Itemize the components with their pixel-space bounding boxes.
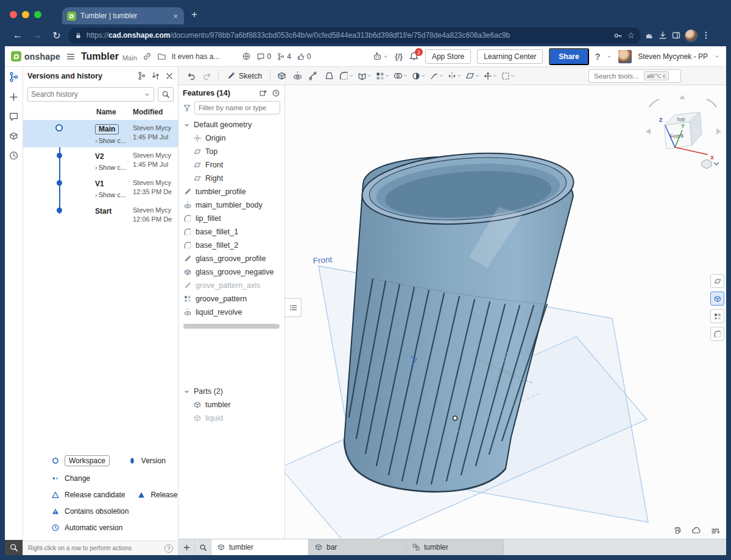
search-options-caret-icon[interactable] [144,91,150,98]
show-changes-link[interactable]: ›Show c... [95,191,132,198]
minimize-window-button[interactable] [22,11,29,18]
featurescript-icon[interactable]: {/} [395,52,403,61]
plane-button[interactable] [464,69,481,83]
comments-panel-icon[interactable] [9,111,19,122]
collapse-chevron-icon[interactable] [183,388,190,395]
window-controls[interactable] [10,11,41,18]
copy-link-icon[interactable] [143,52,152,61]
version-row-start[interactable]: Start Steven Mycy12:06 PM De [23,202,178,229]
fillet-button[interactable] [337,69,355,83]
new-tab-button[interactable]: + [191,9,197,21]
print-icon[interactable] [673,525,682,535]
browser-menu-icon[interactable] [701,30,711,40]
tab-assembly-tumbler[interactable]: tumbler [406,539,504,555]
boolean-button[interactable] [392,69,409,83]
named-views-icon[interactable] [710,327,724,341]
feature-item[interactable]: base_fillet_2 [178,239,284,252]
tab-part-studio-tumbler[interactable]: tumbler [211,539,309,555]
graphics-viewport[interactable]: Front [285,85,726,539]
public-globe-icon[interactable] [242,52,251,61]
version-row-main[interactable]: Main ›Show c... Steven Mycy1:45 PM Jul [23,120,178,147]
shell-button[interactable] [356,69,373,83]
create-version-icon[interactable] [9,92,19,102]
show-changes-link[interactable]: ›Show c... [95,164,132,171]
search-tabs-button[interactable] [195,539,211,555]
feature-item[interactable]: lip_fillet [178,212,284,225]
feature-item[interactable]: main_tumbler_body [178,198,284,212]
app-store-button[interactable]: App Store [425,49,471,64]
part-item[interactable]: tumbler [178,398,284,411]
sweep-button[interactable] [306,69,321,83]
feature-right-plane[interactable]: Right [178,172,284,185]
history-search-field[interactable] [27,87,154,102]
insert-panel-icon[interactable] [259,89,267,97]
revolve-button[interactable] [290,69,305,83]
browser-profile-avatar[interactable] [685,29,697,42]
compare-versions-icon[interactable] [151,71,160,80]
tab-part-studio-bar[interactable]: bar [309,539,406,555]
learning-center-button[interactable]: Learning Center [477,49,543,64]
user-avatar[interactable] [618,50,632,63]
help-caret-icon[interactable] [606,54,612,60]
mirror-button[interactable] [446,69,463,83]
section-view-icon[interactable] [710,292,724,306]
select-tools-button[interactable] [500,69,517,83]
history-search-input[interactable] [31,90,144,99]
help-icon[interactable]: ? [595,52,601,61]
undo-button[interactable] [183,69,199,83]
feature-filter-input[interactable] [194,101,280,114]
parts-group[interactable]: Parts (2) [178,385,284,398]
maximize-window-button[interactable] [34,11,41,18]
downloads-icon[interactable] [658,30,668,40]
footer-help-icon[interactable]: ? [164,544,173,553]
feature-item[interactable]: glass_groove_profile [178,252,284,265]
notifications-bell-icon[interactable]: 2 [409,51,419,61]
like-count[interactable]: 0 [297,52,311,61]
feature-list-toggle-button[interactable] [285,298,302,317]
sync-cloud-icon[interactable] [691,525,701,535]
pattern-button[interactable] [374,69,391,83]
bookmark-star-icon[interactable]: ☆ [627,30,635,40]
reload-button[interactable]: ↻ [49,30,65,41]
comment-count[interactable]: 0 [256,52,271,61]
folder-name[interactable]: It even has a... [172,52,220,61]
redo-button[interactable] [199,69,214,83]
add-tab-button[interactable] [178,539,195,555]
history-panel-icon[interactable] [9,150,19,161]
feature-item[interactable]: base_fillet_1 [178,225,284,239]
version-row-v2[interactable]: V2 ›Show c... Steven Mycy1:45 PM Jul [23,147,178,175]
rollback-clock-icon[interactable] [272,89,280,97]
search-tools-field[interactable]: alt/⌥ c [588,69,681,83]
version-marker[interactable] [57,180,62,186]
extensions-puzzle-icon[interactable] [644,30,654,40]
address-bar[interactable]: https://cad.onshape.com/documents/978bb7… [68,27,641,44]
merge-branch-icon[interactable] [137,71,146,80]
extrude-button[interactable] [274,69,289,83]
document-menu-icon[interactable] [66,52,76,61]
back-button[interactable]: ← [10,30,26,41]
feature-origin[interactable]: Origin [178,131,284,145]
close-panel-icon[interactable] [165,72,174,80]
part-item-hidden[interactable]: liquid [178,411,284,425]
version-marker[interactable] [57,208,62,213]
sketch-button[interactable]: Sketch [222,69,266,83]
curve-button[interactable] [428,69,445,83]
version-row-v1[interactable]: V1 ›Show c... Steven Mycy12:35 PM De [23,175,178,202]
feature-item[interactable]: liquid_revolve [178,306,284,319]
global-search-icon[interactable] [5,540,23,555]
version-marker[interactable] [57,153,62,158]
close-window-button[interactable] [10,11,17,18]
tab-close-icon[interactable]: × [172,12,179,21]
workspace-marker[interactable] [55,124,63,131]
collapse-chevron-icon[interactable] [183,122,190,128]
side-panel-icon[interactable] [671,30,681,40]
show-changes-link[interactable]: ›Show c... [95,137,132,144]
isolate-icon[interactable] [710,274,724,288]
default-geometry-group[interactable]: Default geometry [178,118,284,131]
feature-item[interactable]: groove_pattern [178,292,284,306]
feature-list-scrollbar[interactable] [183,324,280,329]
sort-order-icon[interactable] [710,525,720,535]
feature-front-plane[interactable]: Front [178,158,284,172]
appearance-button[interactable] [410,69,427,83]
share-button[interactable]: Share [549,48,588,65]
